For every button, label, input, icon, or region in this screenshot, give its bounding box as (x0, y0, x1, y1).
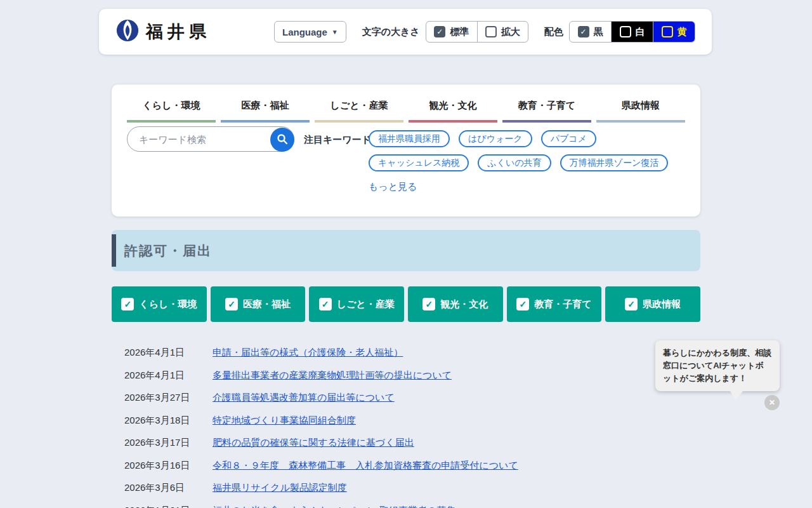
category-nav: くらし・環境 医療・福祉 しごと・産業 観光・文化 教育・子育て 県政情報 (127, 93, 685, 123)
checked-checkbox-icon: ✓ (225, 298, 238, 311)
language-label: Language (282, 27, 327, 37)
chatbot-close-button[interactable]: ✕ (764, 395, 780, 410)
news-row: 2026年3月27日 介護職員等処遇改善加算の届出等について (124, 387, 700, 410)
featured-keywords-label: 注目キーワード (304, 134, 371, 146)
news-list: 2026年4月1日 申請・届出等の様式（介護保険・老人福祉） 2026年4月1日… (124, 342, 700, 508)
news-link[interactable]: 多量排出事業者の産業廃棄物処理計画等の提出について (213, 370, 452, 382)
news-date: 2026年1月21日 (124, 505, 213, 508)
font-size-large-toggle[interactable]: 拡大 (477, 22, 528, 42)
checked-checkbox-icon: ✓ (422, 298, 435, 311)
keyword-pill[interactable]: パブコメ (541, 130, 596, 147)
chatbot-tooltip: 暮らしにかかわる制度、相談窓口についてAIチャットボットがご案内します！ (655, 340, 780, 391)
font-size-large-label: 拡大 (501, 26, 520, 38)
keyword-pill[interactable]: はぴウォーク (459, 130, 532, 147)
news-row: 2026年1月21日 福井のお米を食べよう！キャンペーン 取組事業者の募集 (124, 500, 700, 508)
nav-search-card: くらし・環境 医療・福祉 しごと・産業 観光・文化 教育・子育て 県政情報 (112, 84, 700, 217)
nav-tab[interactable]: 教育・子育て (502, 93, 591, 123)
category-filter-button[interactable]: ✓ 教育・子育て (507, 286, 602, 322)
keyword-pill[interactable]: キャッシュレス納税 (369, 154, 469, 171)
search-input[interactable] (128, 127, 294, 151)
color-scheme-white-label: 白 (636, 26, 645, 38)
checked-checkbox-icon: ✓ (516, 298, 529, 311)
unchecked-checkbox-icon (662, 26, 673, 37)
site-logo[interactable]: 福井県 (115, 18, 211, 45)
checked-checkbox-icon: ✓ (578, 26, 589, 37)
nav-tab[interactable]: 県政情報 (596, 93, 685, 123)
news-link[interactable]: 令和８・９年度 森林整備工事 入札参加資格審査の申請受付について (213, 460, 518, 472)
search-box (127, 126, 294, 152)
news-date: 2026年3月18日 (124, 415, 213, 427)
news-row: 2026年3月18日 特定地域づくり事業協同組合制度 (124, 410, 700, 432)
category-filter-label: 観光・文化 (440, 298, 488, 311)
color-scheme-yellow-toggle[interactable]: 黄 (653, 22, 695, 42)
category-filter-button[interactable]: ✓ 観光・文化 (408, 286, 503, 322)
news-link[interactable]: 肥料の品質の確保等に関する法律に基づく届出 (213, 437, 414, 449)
more-keywords-link[interactable]: もっと見る (369, 181, 417, 193)
news-date: 2026年3月16日 (124, 460, 213, 472)
search-icon (277, 133, 288, 147)
news-link[interactable]: 介護職員等処遇改善加算の届出等について (213, 392, 395, 404)
font-size-standard-toggle[interactable]: ✓ 標準 (426, 22, 477, 42)
unchecked-checkbox-icon (620, 26, 631, 37)
font-size-toggle-group: ✓ 標準 拡大 (426, 21, 528, 43)
fukui-emblem-icon (115, 18, 140, 45)
category-filter-label: 県政情報 (643, 298, 681, 311)
font-size-standard-label: 標準 (450, 26, 469, 38)
chatbot-tooltip-message: 暮らしにかかわる制度、相談窓口についてAIチャットボットがご案内します！ (663, 348, 771, 383)
category-filter-label: しごと・産業 (337, 298, 395, 311)
keyword-pill[interactable]: 福井県職員採用 (369, 130, 450, 147)
news-row: 2026年4月1日 申請・届出等の様式（介護保険・老人福祉） (124, 342, 700, 364)
news-link[interactable]: 申請・届出等の様式（介護保険・老人福祉） (213, 347, 403, 359)
category-filter-button[interactable]: ✓ くらし・環境 (112, 286, 207, 322)
site-header: 福井県 Language ▼ 文字の大きさ ✓ 標準 拡大 配色 ✓ 黒 (99, 9, 712, 55)
news-link[interactable]: 福井のお米を食べよう！キャンペーン 取組事業者の募集 (213, 505, 455, 508)
category-filter-button[interactable]: ✓ 県政情報 (605, 286, 700, 322)
nav-tab[interactable]: しごと・産業 (315, 93, 403, 123)
news-row: 2026年3月17日 肥料の品質の確保等に関する法律に基づく届出 (124, 432, 700, 455)
search-button[interactable] (270, 128, 294, 152)
nav-tab[interactable]: 観光・文化 (409, 93, 497, 123)
unchecked-checkbox-icon (485, 26, 497, 37)
search-row: 注目キーワード 福井県職員採用 はぴウォーク パブコメ キャッシュレス納税 ふく… (127, 126, 685, 209)
section-title-bar: 許認可・届出 (112, 230, 700, 271)
keyword-pills: 福井県職員採用 はぴウォーク パブコメ キャッシュレス納税 ふくいの共育 万博福… (369, 130, 686, 171)
font-size-label: 文字の大きさ (362, 26, 420, 38)
news-date: 2026年3月27日 (124, 392, 213, 404)
keyword-pill[interactable]: 万博福井県ゾーン復活 (560, 154, 669, 171)
checked-checkbox-icon: ✓ (434, 26, 445, 37)
chevron-down-icon: ▼ (332, 29, 338, 36)
news-date: 2026年3月6日 (124, 482, 213, 494)
checked-checkbox-icon: ✓ (121, 298, 134, 311)
news-row: 2026年4月1日 多量排出事業者の産業廃棄物処理計画等の提出について (124, 364, 700, 387)
site-title: 福井県 (146, 20, 211, 43)
category-filters: ✓ くらし・環境 ✓ 医療・福祉 ✓ しごと・産業 ✓ 観光・文化 ✓ 教育・子… (112, 286, 700, 322)
news-link[interactable]: 福井県リサイクル製品認定制度 (213, 482, 347, 494)
news-date: 2026年3月17日 (124, 437, 213, 449)
section-accent-bar (112, 234, 116, 267)
category-filter-label: 教育・子育て (534, 298, 591, 311)
category-filter-button[interactable]: ✓ しごと・産業 (309, 286, 404, 322)
color-scheme-white-toggle[interactable]: 白 (611, 22, 653, 42)
language-selector[interactable]: Language ▼ (274, 21, 346, 43)
news-date: 2026年4月1日 (124, 370, 213, 382)
color-scheme-yellow-label: 黄 (678, 26, 687, 38)
color-scheme-black-label: 黒 (594, 26, 603, 38)
color-scheme-black-toggle[interactable]: ✓ 黒 (570, 22, 612, 42)
nav-tab[interactable]: 医療・福祉 (221, 93, 310, 123)
category-filter-button[interactable]: ✓ 医療・福祉 (211, 286, 306, 322)
nav-tab[interactable]: くらし・環境 (127, 93, 216, 123)
news-row: 2026年3月16日 令和８・９年度 森林整備工事 入札参加資格審査の申請受付に… (124, 455, 700, 478)
category-filter-label: 医療・福祉 (243, 298, 291, 311)
color-scheme-toggle-group: ✓ 黒 白 黄 (569, 21, 695, 43)
tooltip-tail (730, 391, 743, 400)
page: 福井県 Language ▼ 文字の大きさ ✓ 標準 拡大 配色 ✓ 黒 (0, 0, 812, 508)
news-row: 2026年3月6日 福井県リサイクル製品認定制度 (124, 477, 700, 500)
color-scheme-label: 配色 (544, 26, 563, 38)
checked-checkbox-icon: ✓ (319, 298, 332, 311)
close-icon: ✕ (769, 398, 775, 407)
news-link[interactable]: 特定地域づくり事業協同組合制度 (213, 415, 356, 427)
page-title: 許認可・届出 (124, 242, 212, 260)
news-date: 2026年4月1日 (124, 347, 213, 359)
checked-checkbox-icon: ✓ (625, 298, 638, 311)
keyword-pill[interactable]: ふくいの共育 (478, 154, 551, 171)
